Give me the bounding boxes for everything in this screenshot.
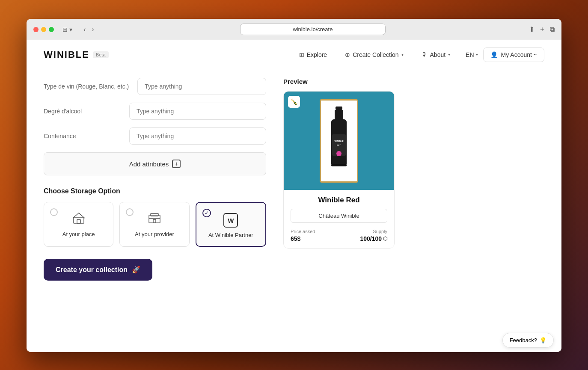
create-collection-label: Create Collection [353,51,398,58]
about-nav-link[interactable]: 🎙 About ▾ [415,48,457,62]
field-label-contenance: Contenance [44,133,121,139]
explore-label: Explore [307,51,327,58]
feedback-label: Feedback? [510,337,537,343]
supply-value: 100/100 ⬡ [360,235,387,242]
create-collection-btn-label: Create your collection [56,266,128,274]
minimize-button[interactable] [41,27,46,32]
storage-options: At your place [44,202,266,247]
about-icon: 🎙 [422,51,428,58]
create-collection-button[interactable]: Create your collection 🚀 [44,259,152,281]
storage-label-your-provider: At your provider [135,231,174,237]
field-input-contenance[interactable] [129,127,266,145]
check-winible-partner: ✓ [202,209,211,217]
user-icon: 👤 [490,51,498,58]
back-button[interactable]: ‹ [81,25,88,34]
preview-badge: 🍾 [288,96,300,108]
storage-label-your-place: At your place [62,231,95,237]
url-input[interactable]: winible.io/create [240,24,386,35]
browser-window: ⊞ ▾ ‹ › winible.io/create ⬆ ＋ ⧉ WINIBLE … [27,19,561,352]
price-asked-label: Price asked [291,229,315,234]
storage-label-winible-partner: At Winible Partner [208,232,253,238]
svg-rect-1 [77,219,80,223]
beta-badge: Beta [93,51,109,58]
create-collection-chevron: ▾ [401,52,404,57]
plus-icon: + [172,160,181,168]
preview-card-body: Winible Red Château Winible Price asked … [284,190,394,248]
svg-rect-5 [153,219,156,223]
radio-your-place [50,208,58,216]
create-collection-icon: ⊕ [345,51,350,58]
supply-label: Supply [373,229,387,234]
form-row-type-de-vin: Type de vin (Rouge, Blanc, etc.) [44,78,266,95]
add-attributes-label: Add attributes [129,160,169,168]
svg-rect-13 [331,164,347,166]
price-supply-row: Price asked 65$ Supply 100/100 ⬡ [291,229,387,242]
create-collection-nav-link[interactable]: ⊕ Create Collection ▾ [338,48,410,62]
svg-rect-3 [151,213,158,216]
svg-text:WINIBLE: WINIBLE [334,140,344,142]
price-col: Price asked 65$ [291,229,315,242]
field-input-degre-alcool[interactable] [129,103,266,120]
form-row-contenance: Contenance [44,127,266,145]
storage-section-title: Choose Storage Option [44,187,266,195]
preview-title: Preview [283,78,395,85]
close-button[interactable] [33,27,39,32]
sidebar-toggle-icon[interactable]: ⊞ ▾ [59,24,76,35]
storage-option-your-place[interactable]: At your place [44,202,113,247]
price-value: 65$ [291,235,315,242]
supply-col: Supply 100/100 ⬡ [360,229,387,242]
feedback-icon: 💡 [540,337,546,343]
my-account-label: My Account ~ [501,51,537,58]
field-input-type-de-vin[interactable] [137,78,266,95]
storage-icon-your-place [72,212,86,227]
traffic-lights [33,27,54,32]
about-label: About [430,51,446,58]
chateau-button[interactable]: Château Winible [291,209,387,223]
lang-chevron: ▾ [476,52,478,57]
storage-option-winible-partner[interactable]: ✓ W At Winible Partner [196,202,266,247]
share-icon[interactable]: ⬆ [529,25,535,33]
about-chevron: ▾ [448,52,450,57]
wine-bottle-svg: WINIBLE RED [326,104,352,177]
svg-text:RED: RED [337,144,342,147]
maximize-button[interactable] [49,27,54,32]
svg-rect-6 [336,107,342,110]
site-nav: WINIBLE Beta ⊞ Explore ⊕ Create Collecti… [27,40,561,69]
storage-section: Choose Storage Option [44,187,266,247]
feedback-button[interactable]: Feedback? 💡 [502,333,554,348]
wine-bottle-frame: WINIBLE RED [320,99,358,183]
svg-point-12 [336,151,342,156]
page-content: WINIBLE Beta ⊞ Explore ⊕ Create Collecti… [27,40,561,352]
preview-panel: Preview 🍾 [283,78,395,343]
my-account-button[interactable]: 👤 My Account ~ [483,47,544,62]
field-label-type-de-vin: Type de vin (Rouge, Blanc, etc.) [44,83,129,90]
browser-chrome: ⊞ ▾ ‹ › winible.io/create ⬆ ＋ ⧉ [27,19,561,40]
lang-selector[interactable]: EN ▾ [466,51,478,58]
forward-button[interactable]: › [89,25,96,34]
field-label-degre-alcool: Degré d'alcool [44,108,121,115]
nav-arrows: ‹ › [81,25,97,34]
lang-label: EN [466,51,474,58]
preview-image-area: 🍾 WINIBLE [284,92,394,190]
svg-rect-0 [74,217,84,223]
main-layout: Type de vin (Rouge, Blanc, etc.) Degré d… [27,69,561,352]
logo: WINIBLE [44,49,89,60]
wine-name: Winible Red [291,196,387,204]
explore-nav-link[interactable]: ⊞ Explore [292,48,334,62]
browser-actions: ⬆ ＋ ⧉ [529,25,555,34]
storage-icon-your-provider [148,212,161,227]
nav-links: ⊞ Explore ⊕ Create Collection ▾ 🎙 About … [292,48,457,62]
storage-option-your-provider[interactable]: At your provider [119,202,189,247]
rocket-icon: 🚀 [132,266,140,274]
logo-area: WINIBLE Beta [44,49,109,60]
add-attributes-button[interactable]: Add attributes + [44,152,266,175]
token-icon: ⬡ [383,236,387,242]
form-row-degre-alcool: Degré d'alcool [44,103,266,120]
explore-icon: ⊞ [299,51,304,58]
form-area: Type de vin (Rouge, Blanc, etc.) Degré d… [44,78,266,343]
new-tab-icon[interactable]: ＋ [539,25,546,34]
winible-partner-icon: W [223,213,238,228]
address-bar: winible.io/create [102,24,524,35]
radio-your-provider [126,208,134,216]
tabs-icon[interactable]: ⧉ [550,26,555,33]
